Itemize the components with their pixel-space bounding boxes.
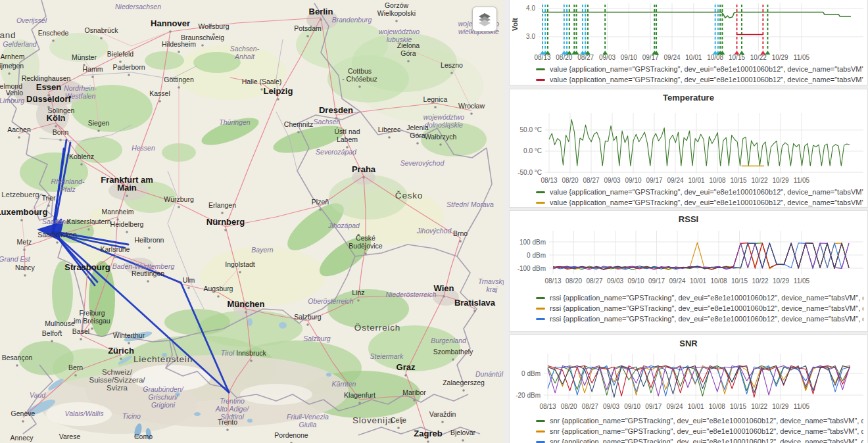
map-city-dot xyxy=(346,146,349,149)
x-axis-tick-label: 09/03 xyxy=(604,177,620,184)
map-city-label: Ingolstadt xyxy=(225,260,255,268)
map-city-label: Hamm xyxy=(83,65,103,73)
map-city-label: Venlo xyxy=(6,89,23,97)
map-city-label: Kassel xyxy=(149,89,170,97)
map-city-dot xyxy=(224,229,227,231)
x-axis-tick-label: 10/22 xyxy=(751,177,767,184)
map-city-label: Luxembourg xyxy=(0,207,47,217)
y-axis-tick-label: 0 dBm xyxy=(521,370,541,377)
annotation-marker[interactable] xyxy=(739,51,744,55)
annotation-marker[interactable] xyxy=(765,51,770,55)
map-city-label: Leszno xyxy=(441,61,463,69)
legend-item[interactable]: rssi {application_name="GPSTracking", de… xyxy=(536,292,863,303)
annotation-marker[interactable] xyxy=(735,51,740,55)
map-city-label: Ústí nadLabem xyxy=(334,128,360,143)
map-city-dot xyxy=(221,212,224,214)
map-city-dot xyxy=(217,295,220,298)
map-region-label: Vaud xyxy=(30,391,46,399)
map-city-dot xyxy=(470,112,473,115)
map-country-label: Liechtenstein xyxy=(133,354,193,364)
map-city-dot xyxy=(45,85,47,87)
map-city-label: Kaiserslautern xyxy=(66,218,110,225)
x-axis-tick-label: 11/05 xyxy=(794,54,810,61)
map-city-dot xyxy=(306,323,309,326)
layers-button[interactable] xyxy=(472,7,497,32)
map-region-label: Niederösterreich xyxy=(385,291,436,298)
map-region-label: Jihozápad xyxy=(327,222,360,229)
panel-snr: SNR 08/1308/2008/2709/0309/1009/1709/241… xyxy=(509,335,868,443)
map-city-dot xyxy=(158,100,161,103)
annotation-marker[interactable] xyxy=(602,51,608,55)
legend-item[interactable]: snr {application_name="GPSTracking", dev… xyxy=(536,436,863,443)
legend-item[interactable]: value {application_name="GPSTracking", d… xyxy=(536,197,863,208)
map-city-label: Saarbrücken xyxy=(37,231,77,239)
map-city-dot xyxy=(47,204,50,207)
y-axis-tick-label: -20 dBm xyxy=(516,392,541,399)
temperature-legend: value {application_name="GPSTracking", d… xyxy=(536,187,863,208)
map-city-dot xyxy=(397,427,400,429)
map-city-label: Salzburg xyxy=(294,313,322,321)
map-city-label: Wolfsburg xyxy=(198,22,229,30)
map-city-label: Leipzig xyxy=(264,86,293,96)
map-region-label: Jihovýchod xyxy=(416,227,452,235)
map-city-dot xyxy=(178,51,180,53)
map-city-label: Düsseldorf xyxy=(26,94,72,104)
map-region-label: Niedersachsen xyxy=(115,3,161,11)
map-city-label: Köln xyxy=(47,113,66,123)
map-region-label: Bayern xyxy=(251,246,273,254)
map-city-dot xyxy=(91,76,94,78)
legend-item[interactable]: snr {application_name="GPSTracking", dev… xyxy=(536,426,863,436)
map-country-label: Letzebuerg xyxy=(1,191,39,198)
map-city-label: Wałbrzych xyxy=(425,133,457,141)
map-city-label: Bern xyxy=(68,363,83,371)
map-city-dot xyxy=(226,429,229,431)
snr-plot[interactable]: 08/1308/2008/2709/0309/1009/1709/2410/01… xyxy=(512,351,867,419)
map-svg: NiedersachsenOverijsselGelderlandLimburg… xyxy=(0,0,504,443)
x-axis-tick-label: 10/15 xyxy=(729,54,745,61)
map-region-label: Ticino xyxy=(122,412,141,420)
x-axis-tick-label: 08/13 xyxy=(534,54,550,61)
map-canvas[interactable]: NiedersachsenOverijsselGelderlandLimburg… xyxy=(0,0,504,443)
y-axis-tick-label: 3.0 xyxy=(526,33,535,40)
legend-item[interactable]: rssi {application_name="GPSTracking", de… xyxy=(536,303,863,314)
map-city-label: Pordenone xyxy=(274,431,308,439)
map-city-label: Heilbronn xyxy=(135,236,164,244)
map-city-label: Erlangen xyxy=(208,201,236,209)
map-city-label: Berlin xyxy=(309,7,333,16)
annotation-marker[interactable] xyxy=(760,51,765,55)
legend-item[interactable]: value {application_name="GPSTracking", d… xyxy=(536,187,863,197)
chart-svg: 08/1308/2008/2709/0309/1009/1709/2410/01… xyxy=(512,105,867,187)
rssi-plot[interactable]: 08/1308/2008/2709/0309/1009/1709/2410/01… xyxy=(512,227,867,292)
map-city-label: Wien xyxy=(434,283,454,293)
legend-item[interactable]: rssi {application_name="GPSTracking", de… xyxy=(536,314,863,324)
map-city-dot xyxy=(148,246,151,249)
volt-plot[interactable]: 08/1308/2008/2709/0309/1009/1709/2410/01… xyxy=(512,0,867,65)
legend-swatch xyxy=(536,441,545,443)
legend-item[interactable]: value {application_name="GPSTracking", d… xyxy=(536,64,863,74)
layers-icon xyxy=(477,12,492,26)
x-axis-tick-label: 08/13 xyxy=(541,177,557,184)
map-city-label: Plzeň xyxy=(312,198,329,206)
map-city-dot xyxy=(178,206,180,208)
map-city-dot xyxy=(250,360,253,362)
map-region-label: Střední Morava xyxy=(446,200,494,208)
map-city-label: Chemnitz xyxy=(284,120,313,128)
map-city-dot xyxy=(357,299,360,302)
map-city-dot xyxy=(413,399,416,402)
map-city-dot xyxy=(473,310,476,312)
map-city-label: Reutlingen xyxy=(132,269,164,277)
y-axis-tick-label: 100 dBm xyxy=(519,239,546,246)
temperature-plot[interactable]: 08/1308/2008/2709/0309/1009/1709/2410/01… xyxy=(512,105,867,189)
map-city-dot xyxy=(60,117,62,120)
map-city-dot xyxy=(297,131,300,133)
map-city-label: Dresden xyxy=(319,105,353,115)
map-city-dot xyxy=(126,195,128,197)
map-city-label: Zagreb xyxy=(414,429,442,438)
map-city-label: Mannheim xyxy=(101,208,133,216)
map-city-label: Metz xyxy=(17,238,32,246)
chart-svg: 08/1308/2008/2709/0309/1009/1709/2410/01… xyxy=(512,227,867,290)
legend-item[interactable]: value {application_name="GPSTracking", d… xyxy=(536,74,863,85)
legend-item[interactable]: snr {application_name="GPSTracking", dev… xyxy=(536,415,863,426)
x-axis-tick-label: 09/10 xyxy=(621,54,637,61)
x-axis-tick-label: 09/10 xyxy=(625,177,641,184)
